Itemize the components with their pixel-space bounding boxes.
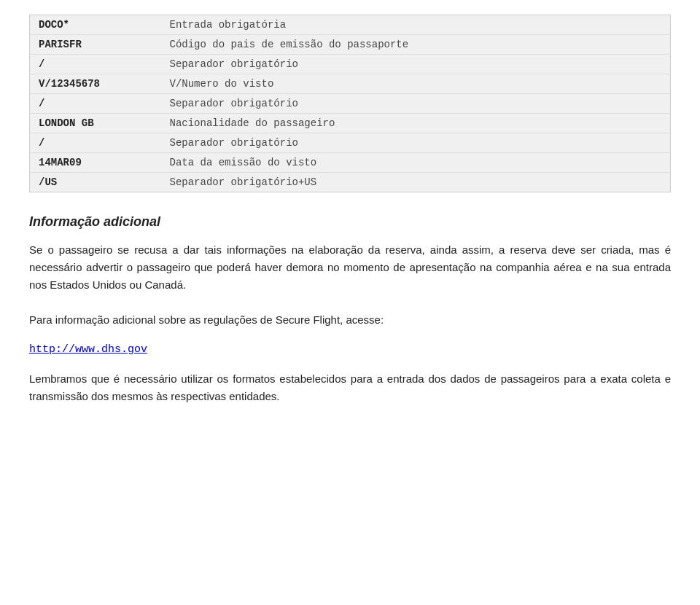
table-row: DOCO*Entrada obrigatória	[30, 15, 671, 35]
table-cell-description: Separador obrigatório+US	[161, 173, 671, 192]
table-cell-code: /US	[30, 173, 161, 192]
table-cell-description: Separador obrigatório	[161, 55, 671, 74]
table-row: PARISFRCódigo do pais de emissão do pass…	[30, 35, 671, 55]
table-cell-code: PARISFR	[30, 35, 161, 55]
table-cell-description: Data da emissão do visto	[161, 153, 671, 173]
table-cell-description: Separador obrigatório	[161, 94, 671, 114]
table-row: /Separador obrigatório	[30, 55, 671, 74]
body-paragraph: Se o passageiro se recusa a dar tais inf…	[29, 241, 671, 294]
table-cell-code: DOCO*	[30, 15, 161, 35]
table-row: LONDON GBNacionalidade do passageiro	[30, 114, 671, 133]
table-cell-code: V/12345678	[30, 74, 161, 94]
code-table: DOCO*Entrada obrigatóriaPARISFRCódigo do…	[29, 15, 671, 192]
info-paragraph: Para informação adicional sobre as regul…	[29, 311, 671, 329]
table-cell-code: LONDON GB	[30, 114, 161, 133]
table-cell-code: 14MAR09	[30, 153, 161, 173]
table-row: /USSeparador obrigatório+US	[30, 173, 671, 192]
table-cell-code: /	[30, 94, 161, 114]
table-row: /Separador obrigatório	[30, 133, 671, 153]
table-cell-description: Código do pais de emissão do passaporte	[161, 35, 671, 55]
table-cell-code: /	[30, 133, 161, 153]
table-cell-description: Separador obrigatório	[161, 133, 671, 153]
table-row: /Separador obrigatório	[30, 94, 671, 114]
table-row: 14MAR09Data da emissão do visto	[30, 153, 671, 173]
table-cell-description: Entrada obrigatória	[161, 15, 671, 35]
table-row: V/12345678V/Numero do visto	[30, 74, 671, 94]
table-cell-description: V/Numero do visto	[161, 74, 671, 94]
table-cell-code: /	[30, 55, 161, 74]
section-title: Informação adicional	[29, 214, 671, 230]
table-cell-description: Nacionalidade do passageiro	[161, 114, 671, 133]
footer-paragraph: Lembramos que é necessário utilizar os f…	[29, 370, 671, 405]
dhs-link[interactable]: http://www.dhs.gov	[29, 343, 671, 356]
